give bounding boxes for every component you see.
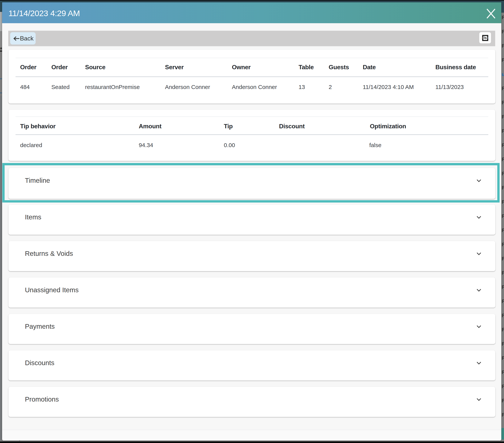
svg-text:xlsx: xlsx (482, 36, 489, 40)
